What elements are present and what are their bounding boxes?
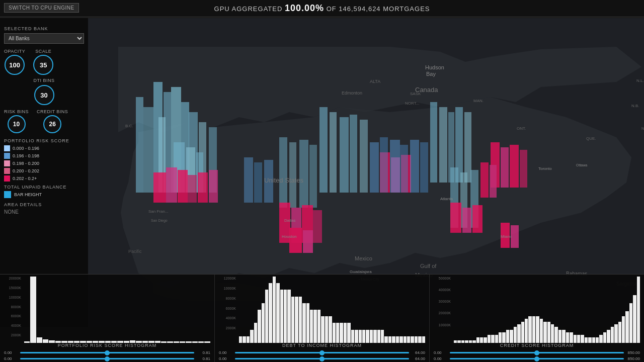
header-title: GPU AGGREGATED 100.00% OF 146,594,624 MO…: [214, 5, 430, 13]
svg-text:Gulf of: Gulf of: [420, 263, 437, 269]
svg-text:Guadalajara: Guadalajara: [350, 269, 372, 274]
svg-text:Ottawa: Ottawa: [576, 163, 587, 167]
histogram-bar: [551, 324, 554, 343]
slider1-portfolio-risk[interactable]: [20, 352, 194, 353]
svg-rect-57: [370, 142, 379, 193]
slider-max2-val: 0.81: [196, 356, 210, 361]
histogram-bar: [536, 316, 539, 343]
svg-text:Pacific: Pacific: [128, 249, 142, 254]
histogram-bar: [633, 295, 636, 343]
selected-bank-label: SELECTED BANK: [4, 26, 84, 31]
histogram-bar: [558, 330, 561, 343]
svg-text:B.C.: B.C.: [125, 124, 133, 128]
histogram-bar: [614, 324, 617, 343]
svg-text:ONT.: ONT.: [517, 126, 526, 131]
slider-max2-val: 850.00: [626, 356, 640, 361]
svg-rect-43: [450, 203, 461, 233]
histogram-bar: [480, 337, 483, 343]
histogram-bar: [37, 337, 42, 343]
svg-rect-36: [209, 170, 218, 203]
scale-control: SCALE 35: [33, 49, 53, 75]
histogram-bar: [280, 290, 283, 343]
slider1-debt-to-income[interactable]: [235, 352, 409, 353]
y-axis-credit-score: 50000K40000K30000K20000K10000K: [434, 277, 453, 343]
chart-portfolio-risk: 20000K15000K10000K8000K6000K4000K2000KPO…: [0, 275, 215, 362]
svg-rect-54: [520, 150, 527, 188]
slider2-debt-to-income[interactable]: [235, 358, 409, 359]
title-suffix: OF 146,594,624 MORTGAGES: [324, 5, 430, 13]
histogram-bar: [599, 335, 602, 343]
svg-rect-52: [501, 147, 509, 188]
bar-height-row: BAR HEIGHT: [4, 191, 84, 198]
svg-text:San Fran...: San Fran...: [148, 209, 169, 214]
svg-rect-55: [480, 162, 489, 198]
svg-rect-63: [244, 157, 253, 203]
slider-min2-val: 0.00: [4, 356, 18, 361]
chart-credit-score: 50000K40000K30000K20000K10000KCREDIT SCO…: [430, 275, 644, 362]
histogram-bar: [377, 330, 380, 343]
slider-min2-val: 0.00: [434, 356, 448, 361]
legend: 0.000 - 0.1960.196 - 0.1980.198 - 0.2000…: [4, 145, 84, 182]
slider-row2-debt-to-income: 0.0064.00: [219, 356, 425, 361]
histogram-bar: [491, 335, 494, 343]
svg-text:Bay: Bay: [426, 71, 436, 77]
histogram-bar: [317, 310, 320, 343]
histogram-bar: [570, 332, 573, 343]
opacity-knob[interactable]: 100: [5, 55, 25, 75]
histogram-bar: [287, 290, 290, 343]
dti-bins-knob[interactable]: 30: [34, 85, 54, 105]
histogram-bar: [622, 316, 625, 343]
histogram-bar: [396, 336, 399, 343]
svg-rect-59: [390, 140, 400, 193]
svg-rect-34: [188, 175, 197, 203]
histogram-bar: [321, 316, 324, 343]
slider1-credit-score[interactable]: [450, 352, 624, 353]
legend-text-1: 0.196 - 0.198: [13, 153, 39, 158]
histogram-bar: [588, 337, 591, 343]
switch-cpu-button[interactable]: SWITCH TO CPU ENGINE: [4, 3, 79, 13]
area-details-value: NONE: [4, 209, 84, 215]
svg-rect-29: [299, 140, 308, 208]
histogram-bar: [411, 336, 414, 343]
legend-color-4: [4, 175, 10, 182]
slider2-portfolio-risk[interactable]: [20, 358, 194, 359]
histogram-bar: [313, 310, 316, 343]
svg-rect-18: [360, 120, 368, 193]
svg-rect-19: [430, 102, 437, 183]
slider-max-val: 0.81: [196, 350, 210, 355]
svg-rect-61: [410, 140, 419, 193]
scale-knob[interactable]: 35: [33, 55, 53, 75]
svg-rect-42: [303, 230, 313, 253]
svg-text:Hudson: Hudson: [425, 64, 444, 70]
histogram-bar: [574, 335, 577, 343]
bank-select[interactable]: All Banks: [4, 33, 84, 44]
histogram-bar: [276, 283, 279, 343]
histogram-bar: [517, 324, 520, 343]
histogram-bar: [299, 297, 302, 343]
bars-credit-score: [454, 277, 640, 343]
bars-portfolio-risk: [24, 277, 210, 343]
risk-bins-knob[interactable]: 10: [8, 115, 26, 133]
slider-min-val: 0.00: [219, 350, 233, 355]
slider-min-val: 0.00: [434, 350, 448, 355]
title-prefix: GPU AGGREGATED: [214, 5, 285, 13]
histogram-bar: [407, 336, 410, 343]
y-axis-debt-to-income: 12000K10000K8000K6000K4000K2000K: [219, 277, 238, 343]
credit-bins-control: CREDIT BINS 26: [37, 109, 68, 133]
histogram-bar: [625, 311, 628, 343]
svg-text:QUE.: QUE.: [586, 136, 596, 141]
histogram-bar: [262, 303, 265, 343]
histogram-bar: [392, 336, 395, 343]
histogram-bar: [585, 337, 588, 343]
svg-rect-15: [330, 112, 337, 193]
svg-text:ALTA: ALTA: [370, 79, 380, 84]
slider-max-val: 850.00: [626, 350, 640, 355]
histogram-bar: [291, 297, 294, 343]
slider2-credit-score[interactable]: [450, 358, 624, 359]
histogram-bar: [302, 303, 305, 343]
histogram-bar: [554, 327, 557, 343]
dti-bins-control: DTI BINS 30: [4, 78, 84, 105]
credit-bins-knob[interactable]: 26: [43, 115, 61, 133]
histogram-bar: [265, 290, 268, 343]
risk-bins-control: RISK BINS 10: [4, 109, 29, 133]
